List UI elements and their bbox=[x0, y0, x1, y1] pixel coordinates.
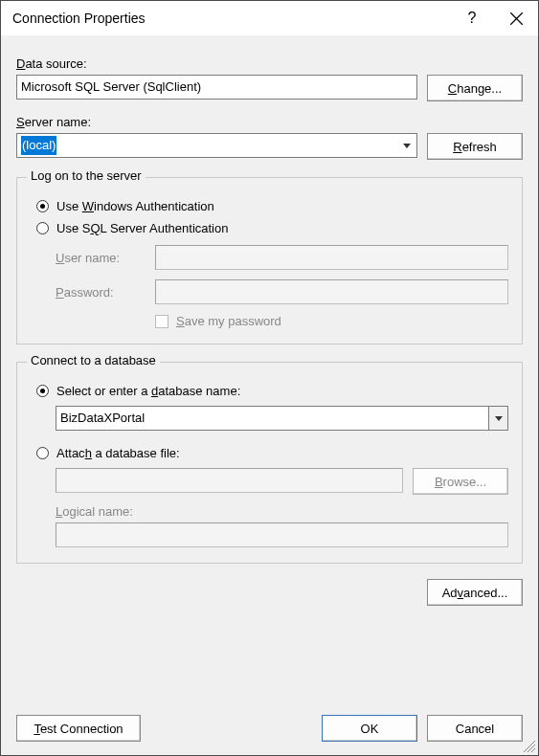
logical-name-label: Logical name: bbox=[56, 504, 508, 519]
resize-grip[interactable] bbox=[521, 738, 536, 753]
windows-auth-radio-row[interactable]: Use Windows Authentication bbox=[36, 199, 508, 213]
refresh-button[interactable]: Refresh bbox=[427, 133, 523, 160]
database-name-combo[interactable]: BizDataXPortal bbox=[56, 406, 508, 431]
windows-auth-radio[interactable] bbox=[36, 200, 49, 212]
logon-group-title: Log on to the server bbox=[27, 168, 146, 183]
data-source-value: Microsoft SQL Server (SqlClient) bbox=[21, 78, 201, 97]
server-name-label: Server name: bbox=[16, 115, 523, 129]
username-field bbox=[155, 245, 508, 270]
database-group: Connect to a database Select or enter a … bbox=[16, 362, 523, 564]
help-icon: ? bbox=[468, 11, 477, 26]
select-db-label: Select or enter a database name: bbox=[56, 384, 240, 398]
save-password-checkbox bbox=[155, 315, 168, 328]
close-button[interactable] bbox=[494, 1, 538, 35]
database-name-value: BizDataXPortal bbox=[60, 409, 145, 428]
dialog-body: Data source: Microsoft SQL Server (SqlCl… bbox=[1, 35, 538, 615]
select-db-radio-row[interactable]: Select or enter a database name: bbox=[36, 384, 508, 398]
username-label: User name: bbox=[56, 251, 142, 265]
password-field bbox=[155, 279, 508, 304]
svg-line-3 bbox=[528, 745, 535, 752]
window-title: Connection Properties bbox=[12, 11, 450, 26]
browse-button: Browse... bbox=[413, 468, 508, 495]
ok-button[interactable]: OK bbox=[322, 715, 417, 742]
chevron-down-icon bbox=[403, 144, 411, 148]
server-name-dropdown-button[interactable] bbox=[397, 134, 416, 157]
server-name-combo[interactable]: (local) bbox=[16, 133, 417, 158]
attach-path-field bbox=[56, 468, 403, 493]
title-bar: Connection Properties ? bbox=[1, 1, 538, 35]
logon-group: Log on to the server Use Windows Authent… bbox=[16, 177, 523, 345]
test-connection-button[interactable]: Test Connection bbox=[16, 715, 141, 742]
sql-auth-subform: User name: Password: Save my password bbox=[56, 245, 508, 328]
sql-auth-radio-row[interactable]: Use SQL Server Authentication bbox=[36, 221, 508, 235]
sql-auth-label: Use SQL Server Authentication bbox=[56, 221, 228, 235]
resize-grip-icon bbox=[521, 738, 536, 753]
cancel-button[interactable]: Cancel bbox=[427, 715, 523, 742]
server-name-value: (local) bbox=[21, 136, 56, 155]
password-label: Password: bbox=[56, 285, 142, 300]
logical-name-field bbox=[56, 523, 508, 547]
sql-auth-radio[interactable] bbox=[36, 222, 49, 234]
database-name-dropdown-button[interactable] bbox=[488, 407, 507, 430]
help-button[interactable]: ? bbox=[450, 1, 494, 35]
save-password-label: Save my password bbox=[176, 314, 281, 328]
attach-file-radio[interactable] bbox=[36, 447, 49, 459]
attach-file-label: Attach a database file: bbox=[56, 446, 180, 460]
windows-auth-label: Use Windows Authentication bbox=[56, 199, 214, 213]
close-icon bbox=[509, 11, 524, 26]
chevron-down-icon bbox=[495, 416, 503, 421]
database-group-title: Connect to a database bbox=[27, 353, 160, 367]
data-source-label: Data source: bbox=[16, 56, 523, 71]
data-source-field: Microsoft SQL Server (SqlClient) bbox=[16, 75, 417, 100]
change-button[interactable]: Change... bbox=[427, 75, 523, 101]
select-db-radio[interactable] bbox=[36, 385, 49, 397]
advanced-button[interactable]: Advanced... bbox=[427, 579, 523, 606]
attach-file-radio-row[interactable]: Attach a database file: bbox=[36, 446, 508, 460]
svg-line-4 bbox=[531, 748, 535, 752]
dialog-button-bar: Test Connection OK Cancel bbox=[16, 715, 523, 742]
